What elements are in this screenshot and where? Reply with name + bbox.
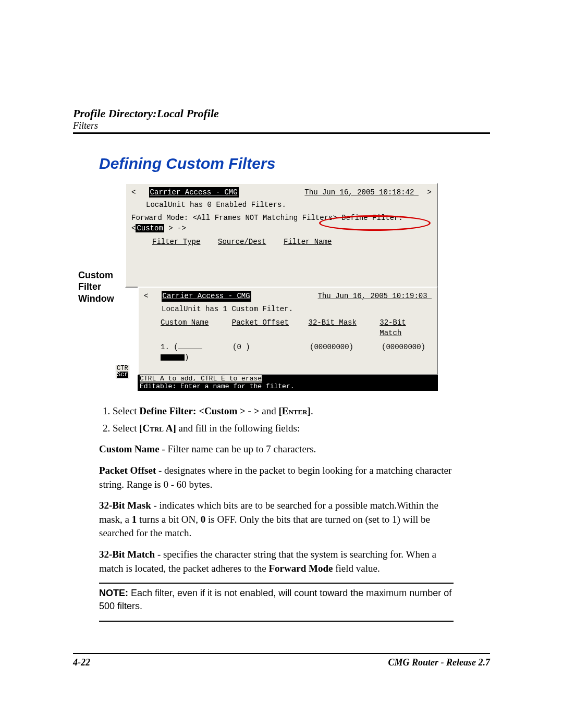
page-header: Profile Directory:Local Profile Filters [73, 107, 490, 134]
col-packet-offset: Packet Offset [232, 317, 294, 339]
terminal-timestamp: Thu Jun 16, 2005 10:19:03_ [318, 291, 432, 301]
step-2: Select [Ctrl A] and fill in the followin… [113, 422, 454, 436]
terminal-forward-line: Forward Mode: <All Frames NOT Matching F… [131, 213, 432, 234]
terminal-column-headers: Filter Type Source/Dest Filter Name [152, 237, 432, 247]
cell-32bit-match[interactable]: (00000000) [382, 342, 425, 363]
para-32bit-mask: 32-Bit Mask - indicates which bits are t… [99, 499, 454, 540]
note-rule-top [99, 583, 454, 584]
para-packet-offset: Packet Offset - designates where in the … [99, 464, 454, 491]
col-filter-name: Filter Name [284, 238, 332, 246]
terminal-status-line: LocalUnit has 0 Enabled Filters. [146, 200, 432, 210]
terminal-nav-left: < Carrier Access - CMG [131, 187, 239, 198]
doc-title-footer: CMG Router - Release 2.7 [388, 657, 491, 668]
terminal-window-bottom: < Carrier Access - CMG Thu Jun 16, 2005 … [138, 287, 438, 375]
terminal-timestamp: Thu Jun 16, 2005 10:18:42_ > [304, 187, 432, 198]
cell-custom-name[interactable]: 1. () [161, 342, 218, 363]
note-block: NOTE: Each filter, even if it is not ena… [99, 587, 454, 613]
terminal-window-top: < Carrier Access - CMG Thu Jun 16, 2005 … [125, 183, 438, 288]
col-source-dest: Source/Dest [218, 238, 266, 246]
col-filter-type: Filter Type [152, 238, 200, 246]
cell-32bit-mask[interactable]: (00000000) [310, 342, 367, 363]
note-rule-bottom [99, 621, 454, 622]
cell-packet-offset[interactable]: (0 ) [232, 342, 295, 363]
terminal-column-headers: Custom Name Packet Offset 32-Bit Mask 32… [161, 317, 432, 339]
body-text: Select Define Filter: <Custom > - > and … [99, 404, 454, 621]
col-custom-name: Custom Name [161, 317, 217, 339]
section-title: Defining Custom Filters [99, 155, 490, 172]
breadcrumb: Profile Directory:Local Profile [73, 107, 490, 120]
header-subtitle: Filters [73, 120, 490, 131]
table-row: 1. () (0 ) (00000000) (00000000) [161, 342, 432, 363]
terminal-title: Carrier Access - CMG [162, 291, 251, 301]
terminal-screenshots: < Carrier Access - CMG Thu Jun 16, 2005 … [125, 183, 438, 391]
footer-rule [73, 653, 490, 654]
para-32bit-match: 32-Bit Match - specifies the character s… [99, 548, 454, 575]
terminal-nav-left: < Carrier Access - CMG [144, 291, 251, 301]
header-rule [73, 132, 490, 134]
page-footer: 4-22 CMG Router - Release 2.7 [73, 653, 490, 668]
para-custom-name: Custom Name - Filter name can be up to 7… [99, 442, 454, 456]
page-number: 4-22 [73, 657, 90, 668]
terminal-editable-hint: Editable: Enter a name for the filter. [138, 382, 438, 391]
col-32bit-mask: 32-Bit Mask [308, 317, 365, 339]
step-1: Select Define Filter: <Custom > - > and … [113, 404, 454, 418]
terminal-status-line: LocalUnit has 1 Custom Filter. [162, 304, 432, 314]
scroll-tab: CTR Scr [116, 365, 129, 378]
figure-side-label: Custom Filter Window [78, 269, 119, 305]
col-32bit-match: 32-Bit Match [380, 317, 432, 339]
define-filter-value[interactable]: Custom [136, 224, 164, 232]
terminal-title: Carrier Access - CMG [149, 187, 239, 198]
